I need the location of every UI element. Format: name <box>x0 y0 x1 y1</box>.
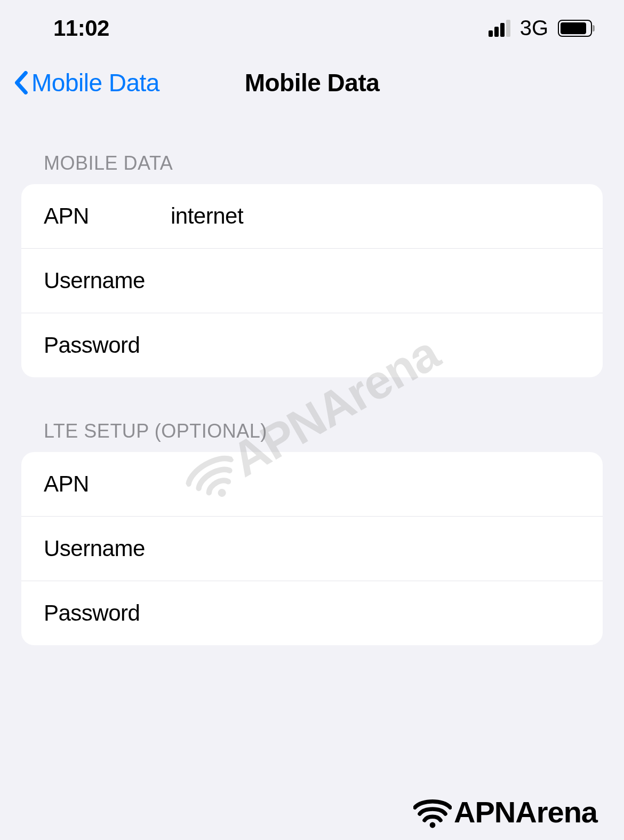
section-header-mobile-data: MOBILE DATA <box>21 152 603 175</box>
row-lte-password[interactable]: Password <box>21 581 603 645</box>
label-password: Password <box>44 600 171 626</box>
input-lte-username[interactable] <box>171 536 580 561</box>
svg-point-1 <box>430 822 436 828</box>
input-lte-password[interactable] <box>171 600 580 626</box>
content: MOBILE DATA APN Username Password LTE SE… <box>0 120 624 645</box>
battery-icon <box>558 20 592 37</box>
label-password: Password <box>44 332 171 358</box>
label-apn: APN <box>44 203 171 229</box>
label-username: Username <box>44 536 171 561</box>
back-label: Mobile Data <box>31 68 159 97</box>
row-mobile-data-username[interactable]: Username <box>21 249 603 313</box>
status-time: 11:02 <box>53 15 109 41</box>
card-lte-setup: APN Username Password <box>21 452 603 645</box>
row-lte-apn[interactable]: APN <box>21 452 603 517</box>
input-lte-apn[interactable] <box>171 471 580 497</box>
status-right: 3G <box>489 16 592 40</box>
navigation-bar: Mobile Data Mobile Data <box>0 56 624 120</box>
input-mobile-data-password[interactable] <box>171 332 580 358</box>
input-mobile-data-apn[interactable] <box>171 203 580 229</box>
row-mobile-data-apn[interactable]: APN <box>21 184 603 249</box>
card-mobile-data: APN Username Password <box>21 184 603 377</box>
section-header-lte-setup: LTE SETUP (OPTIONAL) <box>21 420 603 442</box>
network-type: 3G <box>520 16 548 40</box>
cellular-signal-icon <box>489 20 510 37</box>
back-button[interactable]: Mobile Data <box>13 68 159 97</box>
page-title: Mobile Data <box>245 68 380 97</box>
row-mobile-data-password[interactable]: Password <box>21 313 603 377</box>
footer-brand: APNArena <box>413 795 597 829</box>
status-bar: 11:02 3G <box>0 0 624 56</box>
row-lte-username[interactable]: Username <box>21 517 603 581</box>
input-mobile-data-username[interactable] <box>171 268 580 294</box>
chevron-left-icon <box>13 71 28 94</box>
footer-brand-text: APNArena <box>454 795 597 829</box>
wifi-icon <box>413 796 452 828</box>
label-apn: APN <box>44 471 171 497</box>
label-username: Username <box>44 268 171 294</box>
